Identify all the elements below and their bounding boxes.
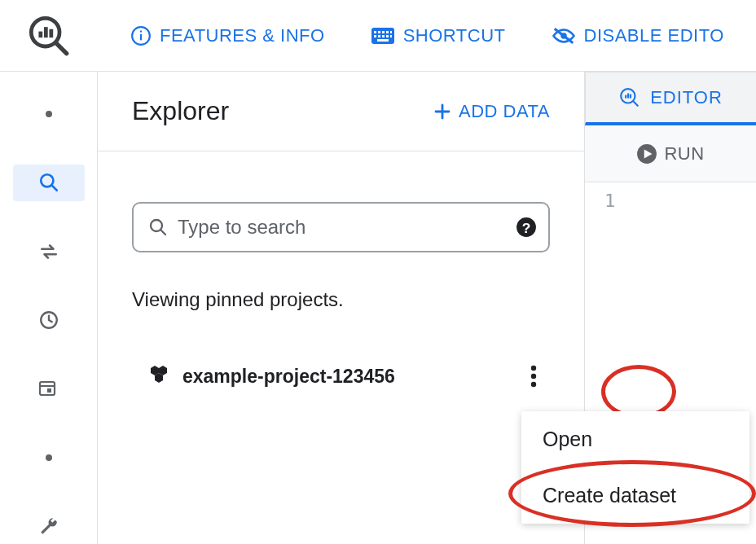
play-icon	[636, 143, 657, 165]
svg-rect-10	[378, 31, 380, 33]
add-data-label: ADD DATA	[459, 101, 550, 122]
visibility-off-icon	[552, 25, 576, 46]
svg-rect-7	[140, 30, 142, 32]
run-label: RUN	[664, 143, 704, 165]
rail-dot-2[interactable]	[13, 439, 85, 475]
project-row[interactable]: example-project-123456	[98, 311, 584, 393]
add-data-button[interactable]: ADD DATA	[433, 101, 550, 122]
plus-icon	[433, 102, 452, 121]
svg-rect-3	[44, 27, 48, 37]
search-icon	[148, 217, 168, 237]
svg-rect-18	[390, 35, 392, 37]
svg-text:?: ?	[522, 220, 531, 236]
keyboard-icon	[371, 27, 395, 45]
svg-point-36	[531, 374, 536, 379]
svg-rect-2	[38, 31, 42, 37]
svg-rect-11	[382, 31, 385, 33]
rail-admin-item[interactable]	[13, 508, 85, 544]
svg-rect-19	[377, 39, 389, 42]
search-icon	[38, 172, 59, 193]
run-button[interactable]: RUN	[585, 125, 756, 182]
project-name: example-project-123456	[182, 366, 395, 388]
svg-rect-42	[630, 94, 631, 98]
scheduled-queries-icon	[38, 379, 59, 398]
query-editor-icon	[619, 87, 640, 108]
svg-rect-4	[49, 29, 53, 37]
explorer-title: Explorer	[132, 96, 229, 126]
svg-rect-9	[374, 31, 376, 33]
svg-rect-14	[374, 35, 376, 37]
svg-rect-27	[47, 388, 51, 393]
shortcut-label: SHORTCUT	[403, 25, 506, 46]
search-input[interactable]	[178, 216, 516, 239]
disable-editor-label: DISABLE EDITO	[584, 25, 724, 46]
svg-rect-40	[625, 94, 626, 98]
rail-search-item[interactable]	[13, 165, 85, 200]
features-info-label: FEATURES & INFO	[160, 25, 325, 46]
side-rail	[0, 72, 98, 544]
rail-dot-1[interactable]	[13, 96, 85, 132]
info-icon	[130, 25, 152, 46]
editor-tab[interactable]: EDITOR	[585, 72, 756, 125]
svg-rect-13	[390, 31, 392, 33]
svg-rect-41	[627, 93, 629, 98]
editor-tab-label: EDITOR	[650, 87, 723, 108]
rail-scheduled-item[interactable]	[13, 371, 85, 406]
help-icon[interactable]: ?	[516, 217, 537, 238]
svg-point-37	[531, 382, 536, 387]
svg-rect-16	[382, 35, 385, 37]
shortcut-button[interactable]: SHORTCUT	[371, 25, 506, 46]
svg-point-35	[531, 366, 536, 371]
svg-line-23	[51, 186, 56, 191]
rail-transfers-item[interactable]	[13, 234, 85, 270]
svg-line-39	[633, 101, 637, 105]
project-icon	[147, 364, 171, 388]
more-vert-icon	[530, 365, 537, 388]
svg-line-29	[161, 230, 166, 235]
swap-horiz-icon	[38, 241, 59, 262]
disable-editor-button[interactable]: DISABLE EDITO	[552, 25, 724, 46]
menu-open[interactable]: Open	[521, 411, 749, 467]
explorer-panel: Explorer ADD DATA ? Viewing pinned proje…	[98, 72, 585, 544]
project-actions-button[interactable]	[517, 360, 550, 393]
history-icon	[38, 309, 59, 331]
svg-rect-15	[378, 35, 380, 37]
wrench-icon	[38, 515, 59, 537]
product-logo[interactable]	[0, 0, 98, 71]
svg-rect-12	[386, 31, 389, 33]
viewing-text: Viewing pinned projects.	[98, 252, 584, 311]
svg-rect-17	[386, 35, 389, 37]
svg-rect-6	[140, 33, 142, 40]
rail-history-item[interactable]	[13, 302, 85, 338]
project-context-menu: Open Create dataset	[521, 411, 749, 524]
features-info-button[interactable]: FEATURES & INFO	[130, 25, 325, 46]
line-number: 1	[604, 191, 615, 211]
svg-line-1	[56, 43, 67, 54]
menu-create-dataset[interactable]: Create dataset	[521, 467, 749, 524]
search-box[interactable]: ?	[132, 202, 550, 252]
